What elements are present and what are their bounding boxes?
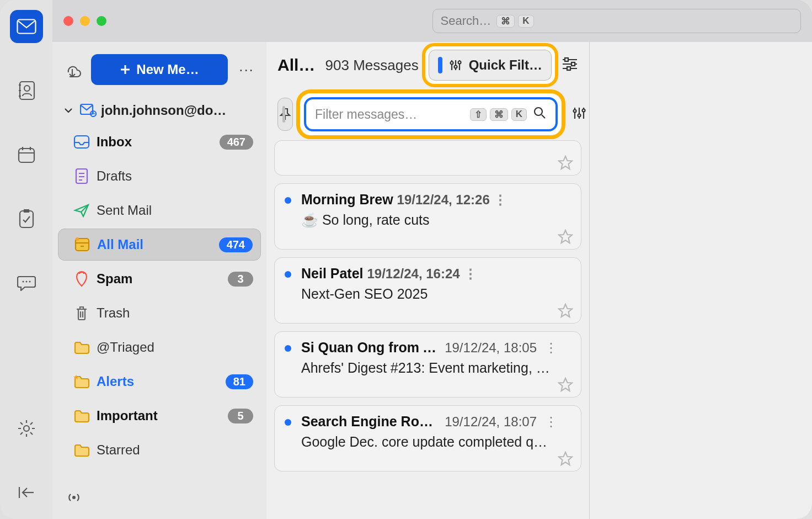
message-sender: Neil Patel 19/12/24, 16:24 ⋮ <box>301 266 553 282</box>
rail-calendar[interactable] <box>10 138 43 171</box>
chevron-down-icon <box>62 104 74 116</box>
folder-count: 3 <box>228 272 253 287</box>
sidebar-more[interactable]: ··· <box>236 61 258 78</box>
sidebar-item-inbox[interactable]: Inbox 467 <box>58 126 261 158</box>
message-date: 19/12/24, 18:05 <box>445 340 537 356</box>
pin-toggle[interactable] <box>277 98 293 131</box>
quick-filter-highlight: Quick Filt… <box>429 50 552 81</box>
message-item[interactable]: Si Quan Ong from Ahrefs … 19/12/24, 18:0… <box>274 331 581 398</box>
star-toggle[interactable] <box>558 303 573 319</box>
spam-icon <box>72 271 91 287</box>
sidebar-item-alerts[interactable]: Alerts 81 <box>58 366 261 398</box>
svg-point-18 <box>458 61 461 64</box>
list-header: All M… 903 Messages Quick Filt… <box>266 42 589 88</box>
star-toggle[interactable] <box>558 155 573 171</box>
view-settings-button[interactable] <box>562 57 578 73</box>
message-sender: Si Quan Ong from Ahrefs … <box>301 340 437 356</box>
star-toggle[interactable] <box>558 377 573 393</box>
account-icon <box>80 104 97 117</box>
message-list: Morning Brew 19/12/24, 12:26 ⋮ ☕ So long… <box>266 140 589 519</box>
message-menu[interactable]: ⋮ <box>544 340 553 356</box>
message-item[interactable]: Search Engine Roundtable… 19/12/24, 18:0… <box>274 405 581 472</box>
sidebar-item-important[interactable]: Important 5 <box>58 400 261 432</box>
message-item[interactable]: Morning Brew 19/12/24, 12:26 ⋮ ☕ So long… <box>274 183 581 250</box>
main-column: All M… 903 Messages Quick Filt… <box>266 42 589 519</box>
sidebar-item-allmail[interactable]: All Mail 474 <box>58 229 261 261</box>
sidebar-item-spam[interactable]: Spam 3 <box>58 263 261 295</box>
new-message-button[interactable]: New Me… <box>91 54 228 85</box>
drafts-icon <box>72 168 91 184</box>
chat-icon <box>17 274 36 291</box>
rail-contacts[interactable] <box>10 74 43 107</box>
filter-options-button[interactable] <box>572 107 586 122</box>
svg-point-16 <box>450 62 453 65</box>
titlebar: Search… ⌘ K <box>52 0 812 42</box>
svg-point-22 <box>535 108 542 115</box>
star-toggle[interactable] <box>558 229 573 245</box>
archive-icon <box>73 237 92 252</box>
unread-dot <box>285 271 291 278</box>
trash-icon <box>72 305 91 321</box>
svg-rect-4 <box>20 211 33 227</box>
message-item[interactable]: Neil Patel 19/12/24, 16:24 ⋮ Next-Gen SE… <box>274 257 581 324</box>
filter-kbd: ⇧ ⌘ K <box>470 108 527 121</box>
folder-count: 5 <box>228 409 253 423</box>
folder-y-icon <box>72 409 91 423</box>
message-sender: Morning Brew 19/12/24, 12:26 ⋮ <box>301 192 553 208</box>
window: Search… ⌘ K New Me… ··· <box>52 0 812 519</box>
folder-label: Inbox <box>97 134 212 150</box>
svg-rect-20 <box>571 62 575 66</box>
unread-dot <box>285 419 291 426</box>
plus-icon <box>120 64 131 75</box>
tasks-icon <box>18 209 35 229</box>
svg-point-23 <box>574 110 576 113</box>
message-menu[interactable]: ⋮ <box>544 414 553 430</box>
rail-settings[interactable] <box>10 412 43 445</box>
folder-label: Spam <box>97 271 220 287</box>
quick-filter-indicator <box>438 57 442 73</box>
message-stub[interactable] <box>274 140 581 176</box>
sidebar-item-trash[interactable]: Trash <box>58 297 261 329</box>
search-kbd: ⌘ K <box>496 15 533 28</box>
rail-tasks[interactable] <box>10 202 43 235</box>
sync-icon[interactable] <box>61 61 83 78</box>
star-toggle[interactable] <box>558 451 573 467</box>
window-controls <box>63 16 106 26</box>
filter-input[interactable]: Filter messages… ⇧ ⌘ K <box>304 97 558 131</box>
message-menu[interactable]: ⋮ <box>464 266 477 281</box>
message-date: 19/12/24, 12:26 <box>397 192 490 207</box>
window-close[interactable] <box>63 16 73 26</box>
account-row[interactable]: john.johnson@do… <box>58 99 261 121</box>
folder-label: Drafts <box>97 168 253 184</box>
sent-icon <box>72 203 91 218</box>
search-placeholder: Search… <box>441 14 492 28</box>
search-icon <box>532 105 547 123</box>
window-minimize[interactable] <box>80 16 90 26</box>
mail-icon <box>17 19 36 34</box>
quick-filter-button[interactable]: Quick Filt… <box>429 50 552 81</box>
folder-label: Alerts <box>97 374 218 389</box>
message-subject: Ahrefs' Digest #213: Event marketing, PP… <box>301 360 553 376</box>
folder-y-star-icon <box>72 374 91 389</box>
folder-y-icon <box>72 443 91 457</box>
svg-point-25 <box>583 109 585 112</box>
rail-mail[interactable] <box>10 10 43 43</box>
status-indicator <box>58 485 261 513</box>
sliders-icon <box>572 107 586 120</box>
message-count: 903 Messages <box>325 57 419 74</box>
sidebar-item-triaged[interactable]: @Triaged <box>58 331 261 363</box>
inbox-icon <box>72 135 91 149</box>
rail-chat[interactable] <box>10 266 43 299</box>
quick-filter-label: Quick Filt… <box>469 57 542 73</box>
sidebar-item-starred[interactable]: Starred <box>58 434 261 466</box>
folder-label: Important <box>97 408 220 423</box>
message-date: 19/12/24, 18:07 <box>445 414 537 430</box>
sidebar-item-sent[interactable]: Sent Mail <box>58 194 261 226</box>
global-search[interactable]: Search… ⌘ K <box>432 9 802 33</box>
svg-rect-19 <box>565 58 568 61</box>
rail-collapse[interactable] <box>10 476 43 509</box>
page-title: All M… <box>277 56 316 75</box>
message-menu[interactable]: ⋮ <box>494 192 507 207</box>
sidebar-item-drafts[interactable]: Drafts <box>58 160 261 192</box>
window-fullscreen[interactable] <box>97 16 106 26</box>
